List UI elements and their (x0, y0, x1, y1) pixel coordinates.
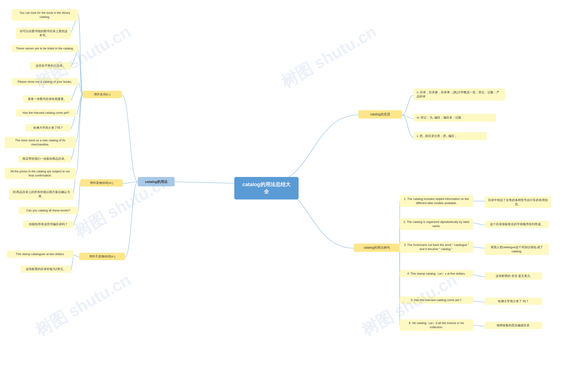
watermark-4: 树图 shutu.cn (31, 269, 135, 341)
ex-n-3-en: Please show me a catalog of your books. (11, 78, 78, 85)
ex-vt-1-cn: 你能给所有这些书编目录吗？ (23, 221, 74, 228)
svg-line-3 (71, 83, 78, 100)
ex-n-5-cn: 商店寄给我们一份新的商品目录。 (18, 155, 71, 162)
ex-s-4-cn: 这张邮票的 价目 是五美元. (485, 272, 542, 280)
ex-vi-1-en: This stamp catalogues at two dollars. (7, 251, 74, 258)
ex-n-6-cn: 刘:商品目录上的所有价格以我方最后确认为准。 (9, 189, 74, 200)
ex-n-4-cn: 哈佛大学简介来了吗？ (25, 124, 71, 131)
ex-s-2-cn: 这个目录按标签名的字母顺序排列而成。 (485, 221, 549, 228)
ex-s-3-cn: 美国人把catalogue这个词加以缩短,成了catalog. (485, 244, 549, 255)
ex-vt-1-en: Can you catalog all these books? (18, 207, 78, 214)
svg-line-13 (473, 301, 485, 302)
ex-n-4-en: Has the Harvard catalog come yet? (16, 109, 76, 117)
ex-s-1-en: 1. The catalog includes helpful informat… (400, 195, 473, 207)
svg-line-12 (473, 275, 485, 277)
svg-line-14 (473, 325, 485, 326)
ex-s-5-cn: 哈佛大学简介来了 吗？ (485, 298, 542, 305)
right-main-2-node: catalog的用法例句 (354, 244, 400, 252)
ex-s-5-en: 5. Has the Harvard catalog come yet？ (400, 297, 473, 304)
ex-n-2-cn: 这些名字将列入目录。 (30, 62, 71, 69)
right-main-1-node: catalog的意思 (358, 110, 402, 119)
ex-s-4-en: 4. This stamp catalog（ue）s at five dolla… (400, 270, 473, 277)
left-main-node: catalog的用法 (138, 177, 175, 186)
svg-line-11 (473, 247, 485, 248)
meaning-2: vt. 登记；为..编目；编目录；记载 (413, 114, 496, 122)
svg-line-2 (71, 50, 78, 67)
ex-s-1-cn: 目录中包括了在售的各种型号自行车的有用信息。 (485, 196, 551, 208)
meaning-3: v. 把...按目录分类；把...编目； (413, 132, 487, 140)
sub-vi-node: 用作不及物动词(vi.) (79, 253, 125, 260)
ex-s-3-en: 3. The Americans cut back the word " cat… (400, 241, 473, 253)
center-node: catalog的用法总结大全 (234, 177, 299, 199)
ex-s-2-en: 2. The catalog is organized alphabetical… (400, 218, 473, 230)
sub-noun-node: 用作名词(n.) (83, 91, 122, 98)
svg-line-10 (473, 223, 485, 225)
ex-n-5-en: The store send us a new catalog of its m… (5, 137, 76, 148)
sub-vt-node: 用作及物动词(vt.) (80, 179, 123, 187)
ex-n-1-en: You can look for the book in the library… (11, 9, 78, 21)
ex-s-6-en: 6. He catalog（ue）d all the insects in hi… (400, 320, 473, 331)
ex-n-2-en: These names are to be listed in the cata… (11, 45, 78, 52)
ex-vi-1-cn: 这张邮票的目录价格为2美元。 (21, 265, 71, 273)
ex-s-6-cn: 他将收集的昆虫编成目录. (485, 322, 542, 329)
ex-n-6-en: All the prices in the catalog are subjec… (5, 168, 76, 179)
ex-n-1-cn: 你可以在图书馆的图书目录上查找这本书。 (16, 28, 71, 39)
watermark-2: 树图 shutu.cn (277, 21, 380, 93)
meaning-1: n. 目录，目录册，目录簿；[美]大学概况一览；登记，记载；产品样本 (413, 88, 505, 100)
ex-n-3-cn: 请拿一本图书目录给我看看。 (23, 95, 71, 103)
